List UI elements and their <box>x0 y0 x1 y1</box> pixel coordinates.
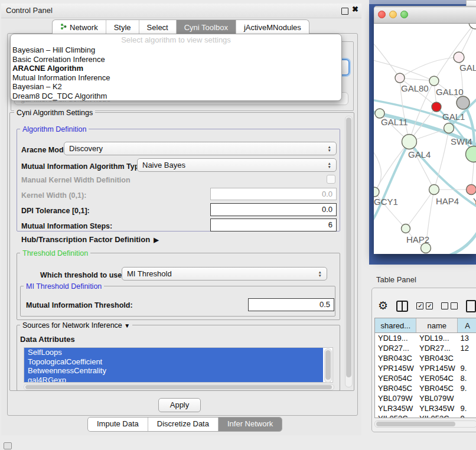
tab-label: Select <box>147 23 168 32</box>
table-cell: YPR145W <box>416 363 457 373</box>
kernel-width-label: Kernel Width (0,1): <box>21 191 86 200</box>
hub-definition-toggle[interactable]: Hub/Transcription Factor Definition▶ <box>21 235 159 244</box>
which-threshold-combo[interactable]: MI Threshold ▲▼ <box>122 267 327 281</box>
tab-select[interactable]: Select <box>139 20 177 34</box>
kernel-width-field[interactable]: 0.0 <box>210 188 337 200</box>
network-canvas[interactable]: GAL7GAL80GAL10GAL1GAL11SWI4GAL4GCY1HAP4Y… <box>374 24 476 254</box>
node-gal80[interactable] <box>395 73 405 83</box>
node-gal10[interactable] <box>429 76 439 86</box>
mi-type-combo[interactable]: Naive Bayes ▲▼ <box>137 158 337 172</box>
network-graph: GAL7GAL80GAL10GAL1GAL11SWI4GAL4GCY1HAP4Y… <box>374 24 476 254</box>
table-row[interactable]: YER054CYER054C8. <box>375 373 476 383</box>
manual-kernel-label: Manual Kernel Width Definition <box>21 176 131 184</box>
document-icon[interactable] <box>466 300 476 312</box>
table-cell: YDL19... <box>416 333 457 344</box>
data-attributes-list[interactable]: SelfLoopsTopologicalCoefficientBetweenne… <box>24 347 333 383</box>
tab-style[interactable]: Style <box>106 20 139 34</box>
deselect-all-checkboxes-icon[interactable] <box>441 302 458 309</box>
column-header-shared[interactable]: shared... <box>375 318 416 333</box>
aracne-mode-label: Aracne Mode: <box>21 146 70 154</box>
table-header-row: shared...nameA <box>375 318 476 333</box>
dpi-tolerance-field[interactable]: 0.0 <box>210 203 337 216</box>
minimize-traffic-light-icon[interactable] <box>389 11 397 18</box>
thin-edge[interactable] <box>434 128 449 190</box>
bottom-tab-infer-network[interactable]: Infer Network <box>219 418 282 431</box>
settings-vertical-scrollbar[interactable] <box>345 116 353 387</box>
table-row[interactable]: YBR043CYBR043C <box>375 353 476 363</box>
table-cell: YER054C <box>375 373 416 383</box>
column-header-name[interactable]: name <box>416 318 457 333</box>
tab-jactivemnodules[interactable]: jActiveMNodules <box>236 20 309 34</box>
table-row[interactable]: YIL052CYIL052C9 <box>375 413 476 418</box>
table-row[interactable]: YBR045CYBR045C9. <box>375 383 476 393</box>
node-bottom-node[interactable] <box>421 243 431 253</box>
bottom-tab-impute-data[interactable]: Impute Data <box>88 418 148 431</box>
node-gal4[interactable] <box>402 135 417 149</box>
tab-label: Style <box>114 23 131 32</box>
dropdown-item-dream8-dc-tdc-algorithm[interactable]: Dream8 DC_TDC Algorithm <box>11 92 341 101</box>
table-row[interactable]: YBL079WYBL079W <box>375 393 476 403</box>
node-swi4[interactable] <box>444 123 454 133</box>
aracne-mode-combo[interactable]: Discovery ▲▼ <box>64 142 337 155</box>
zoom-traffic-light-icon[interactable] <box>400 11 408 18</box>
node-gal1[interactable] <box>432 102 441 112</box>
dropdown-item-bayesian-hill-climbing[interactable]: Bayesian – Hill Climbing <box>11 45 341 55</box>
table-cell: YBR045C <box>416 383 457 393</box>
node-gal7[interactable] <box>454 52 464 63</box>
close-traffic-light-icon[interactable] <box>378 11 386 18</box>
table-cell: YIL052C <box>416 413 457 418</box>
attribute-item-gal4rgexp[interactable]: gal4RGexp <box>24 376 323 383</box>
node-top-node[interactable] <box>469 24 476 29</box>
apply-button[interactable]: Apply <box>158 398 201 412</box>
node-big-green[interactable] <box>466 146 476 162</box>
gear-icon[interactable]: ⚙ <box>378 298 388 314</box>
node-hap4[interactable] <box>429 185 439 195</box>
dropdown-item-mutual-information-inference[interactable]: Mutual Information Inference <box>11 73 341 83</box>
mi-steps-field[interactable]: 6 <box>210 219 337 231</box>
table-row[interactable]: YDL19...YDL19...13 <box>375 333 476 344</box>
attributes-horizontal-scrollbar[interactable] <box>24 384 334 390</box>
thin-edge[interactable] <box>400 57 459 78</box>
dropdown-item-aracne-algorithm[interactable]: ARACNE Algorithm <box>11 64 341 73</box>
close-icon[interactable]: ✖ <box>352 5 358 14</box>
tab-cyni-toolbox[interactable]: Cyni Toolbox <box>177 20 236 34</box>
table-horizontal-scrollbar[interactable] <box>374 420 476 428</box>
attribute-item-betweennesscentrality[interactable]: BetweennessCentrality <box>24 366 323 376</box>
node-gcy1[interactable] <box>374 187 379 197</box>
panel-dock-icon[interactable] <box>4 442 12 449</box>
network-window-titlebar[interactable] <box>374 6 476 24</box>
table: shared...nameAYDL19...YDL19...13YDR27...… <box>375 318 476 418</box>
column-header-a[interactable]: A <box>457 318 476 333</box>
tab-network[interactable]: Network <box>53 20 106 34</box>
thin-edge[interactable] <box>374 145 382 192</box>
table-cell: 9. <box>457 403 476 413</box>
dropdown-item-basic-correlation-inference[interactable]: Basic Correlation Inference <box>11 55 341 64</box>
which-threshold-value: MI Threshold <box>127 269 318 278</box>
attribute-item-selfloops[interactable]: SelfLoops <box>24 348 323 357</box>
select-all-checkboxes-icon[interactable]: ✓✓ <box>416 302 433 309</box>
split-columns-icon[interactable] <box>396 301 408 312</box>
thin-edge[interactable] <box>406 190 434 229</box>
bottom-tab-discretize-data[interactable]: Discretize Data <box>148 418 219 431</box>
node-salmon-node[interactable] <box>467 185 476 195</box>
node-hap2[interactable] <box>402 224 410 233</box>
table-row[interactable]: YDR27...YDR27...12 <box>375 343 476 353</box>
table-row[interactable]: YLR345WYLR345W9. <box>375 403 476 413</box>
tab-label: Network <box>70 23 98 32</box>
table-row[interactable]: YPR145WYPR145W9. <box>375 363 476 373</box>
float-window-icon[interactable] <box>341 8 348 15</box>
manual-kernel-checkbox[interactable] <box>327 175 335 184</box>
node-label-gal10: GAL10 <box>436 87 464 97</box>
thin-edge[interactable] <box>374 40 400 78</box>
algorithm-definition-title: Algorithm Definition <box>20 125 89 133</box>
attribute-item-topologicalcoefficient[interactable]: TopologicalCoefficient <box>24 357 323 367</box>
attributes-vertical-scrollbar[interactable] <box>324 348 332 383</box>
dropdown-item-list: Bayesian – Hill ClimbingBasic Correlatio… <box>11 45 341 101</box>
dropdown-item-bayesian-k2[interactable]: Bayesian – K2 <box>11 82 341 92</box>
sources-title[interactable]: Sources for Network Inference ▼ <box>20 321 132 330</box>
collapsed-arrow-icon: ▶ <box>154 236 158 244</box>
table-cell: YDR27... <box>375 343 416 353</box>
node-table[interactable]: shared...nameAYDL19...YDL19...13YDR27...… <box>374 318 476 418</box>
node-gray-node[interactable] <box>457 96 470 109</box>
mi-threshold-field[interactable]: 0.5 <box>248 298 334 311</box>
